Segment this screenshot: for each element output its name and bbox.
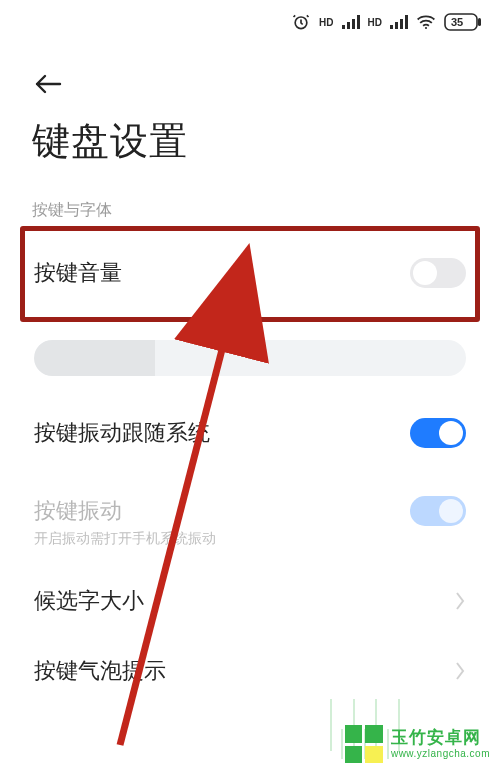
key-volume-slider[interactable] <box>34 340 466 376</box>
candidate-font-size-label: 候选字大小 <box>34 586 144 616</box>
key-vibration-label: 按键振动 <box>34 496 216 526</box>
watermark: 玉竹安卓网 www.yzlangcha.com <box>341 719 500 769</box>
page-title: 键盘设置 <box>32 116 188 167</box>
svg-rect-11 <box>478 18 481 26</box>
watermark-name: 玉竹安卓网 <box>391 729 490 748</box>
hd-icon-2: HD <box>368 17 382 28</box>
signal-icon-1 <box>342 15 360 29</box>
svg-rect-5 <box>390 25 393 29</box>
section-label: 按键与字体 <box>32 200 112 221</box>
row-vibration-follow-system[interactable]: 按键振动跟随系统 <box>34 418 466 448</box>
chevron-right-icon <box>454 661 466 681</box>
key-bubble-label: 按键气泡提示 <box>34 656 166 686</box>
svg-point-9 <box>425 27 427 29</box>
row-key-vibration: 按键振动 开启振动需打开手机系统振动 <box>34 496 466 548</box>
battery-icon: 35 <box>444 13 482 31</box>
watermark-url: www.yzlangcha.com <box>391 748 490 759</box>
signal-icon-2 <box>390 15 408 29</box>
svg-rect-1 <box>342 25 345 29</box>
watermark-logo-icon <box>345 725 383 763</box>
svg-rect-6 <box>395 22 398 29</box>
row-candidate-font-size[interactable]: 候选字大小 <box>34 586 466 616</box>
svg-rect-3 <box>352 19 355 29</box>
svg-rect-7 <box>400 19 403 29</box>
row-key-volume[interactable]: 按键音量 <box>34 258 466 288</box>
svg-rect-8 <box>405 15 408 29</box>
svg-rect-2 <box>347 22 350 29</box>
svg-rect-4 <box>357 15 360 29</box>
wifi-icon <box>416 14 436 30</box>
key-volume-label: 按键音量 <box>34 258 122 288</box>
chevron-right-icon <box>454 591 466 611</box>
vibration-follow-label: 按键振动跟随系统 <box>34 418 210 448</box>
back-button[interactable] <box>32 68 64 100</box>
key-volume-toggle[interactable] <box>410 258 466 288</box>
row-key-bubble-hint[interactable]: 按键气泡提示 <box>34 656 466 686</box>
vibration-follow-toggle[interactable] <box>410 418 466 448</box>
status-bar: HD HD 35 <box>0 0 500 44</box>
key-vibration-toggle <box>410 496 466 526</box>
battery-percent: 35 <box>451 16 463 28</box>
slider-fill <box>34 340 155 376</box>
key-vibration-sub: 开启振动需打开手机系统振动 <box>34 530 216 548</box>
alarm-icon <box>291 12 311 32</box>
hd-icon-1: HD <box>319 17 333 28</box>
